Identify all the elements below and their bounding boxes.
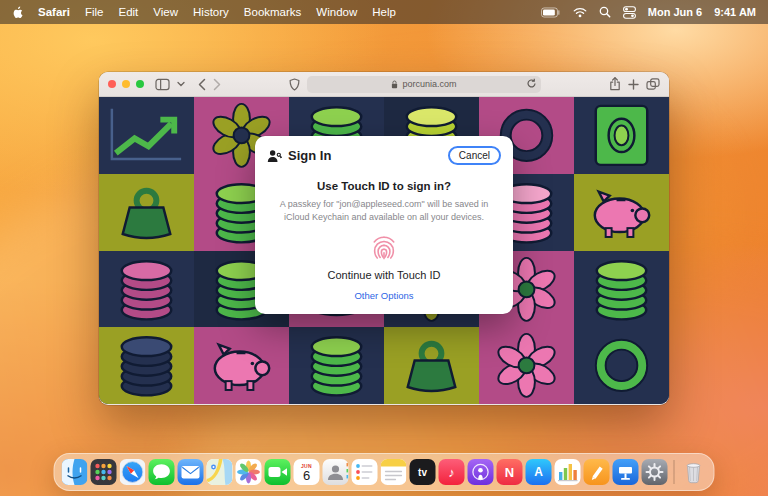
- touch-id-fingerprint-icon: [369, 233, 399, 263]
- apple-menu-icon[interactable]: [12, 6, 23, 19]
- dock-icon-music[interactable]: ♪: [439, 459, 465, 485]
- minimize-window-button[interactable]: [122, 80, 130, 88]
- dock-icon-calendar[interactable]: JUN 6: [294, 459, 320, 485]
- menu-item-help[interactable]: Help: [372, 6, 396, 18]
- desktop: Safari File Edit View History Bookmarks …: [0, 0, 768, 496]
- privacy-shield-icon[interactable]: [289, 78, 300, 91]
- close-window-button[interactable]: [108, 80, 116, 88]
- dock-icon-photos[interactable]: [236, 459, 262, 485]
- dock-icon-news[interactable]: N: [497, 459, 523, 485]
- artwork-tile: [384, 327, 479, 404]
- person-key-icon: [267, 149, 282, 163]
- menu-item-safari[interactable]: Safari: [38, 6, 70, 18]
- dock-icon-keynote[interactable]: [613, 459, 639, 485]
- url-text: porcunia.com: [402, 79, 456, 89]
- sidebar-icon[interactable]: [155, 78, 170, 91]
- other-options-button[interactable]: Other Options: [354, 290, 413, 301]
- menu-item-history[interactable]: History: [193, 6, 229, 18]
- search-icon[interactable]: [599, 6, 611, 18]
- dock-icon-contacts[interactable]: [323, 459, 349, 485]
- dock-icon-numbers[interactable]: [555, 459, 581, 485]
- artwork-tile: [574, 327, 669, 404]
- dock-icon-finder[interactable]: [62, 459, 88, 485]
- reload-icon[interactable]: [526, 78, 537, 89]
- dock: JUN 6 tv ♪ N A: [54, 453, 715, 491]
- artwork-tile: [574, 97, 669, 174]
- forward-icon[interactable]: [213, 78, 221, 91]
- continue-touch-id-button[interactable]: Continue with Touch ID: [328, 269, 441, 281]
- traffic-lights: [108, 80, 144, 88]
- music-note-icon: ♪: [439, 459, 465, 485]
- menu-item-view[interactable]: View: [153, 6, 178, 18]
- menu-item-bookmarks[interactable]: Bookmarks: [244, 6, 302, 18]
- artwork-tile: [194, 327, 289, 404]
- artwork-tile: [479, 327, 574, 404]
- dock-icon-mail[interactable]: [178, 459, 204, 485]
- dock-icon-messages[interactable]: [149, 459, 175, 485]
- dialog-title: Sign In: [288, 148, 331, 163]
- dock-divider: [674, 460, 675, 484]
- lock-icon: [391, 80, 398, 89]
- menu-item-window[interactable]: Window: [316, 6, 357, 18]
- artwork-tile: [574, 251, 669, 328]
- artwork-tile: [99, 251, 194, 328]
- control-center-icon[interactable]: [623, 6, 636, 19]
- new-tab-icon[interactable]: [628, 79, 639, 90]
- share-icon[interactable]: [609, 77, 621, 91]
- dock-icon-launchpad[interactable]: [91, 459, 117, 485]
- safari-toolbar: porcunia.com: [99, 72, 669, 97]
- menu-bar-time: 9:41 AM: [714, 6, 756, 18]
- wifi-icon[interactable]: [573, 7, 587, 18]
- artwork-tile: [289, 327, 384, 404]
- zoom-window-button[interactable]: [136, 80, 144, 88]
- chevron-down-icon[interactable]: [177, 81, 185, 87]
- menu-item-edit[interactable]: Edit: [119, 6, 139, 18]
- calendar-day: 6: [294, 469, 320, 483]
- dock-icon-pages[interactable]: [584, 459, 610, 485]
- cancel-button[interactable]: Cancel: [448, 146, 501, 165]
- dock-icon-reminders[interactable]: [352, 459, 378, 485]
- menu-bar: Safari File Edit View History Bookmarks …: [0, 0, 768, 24]
- back-icon[interactable]: [198, 78, 206, 91]
- menu-bar-date: Mon Jun 6: [648, 6, 702, 18]
- battery-icon[interactable]: [541, 7, 561, 18]
- passkey-description: A passkey for "jon@appleseed.com" will b…: [277, 198, 491, 223]
- menu-item-file[interactable]: File: [85, 6, 104, 18]
- sign-in-dialog: Sign In Cancel Use Touch ID to sign in? …: [255, 136, 513, 314]
- tab-overview-icon[interactable]: [646, 78, 660, 90]
- dock-icon-system-settings[interactable]: [642, 459, 668, 485]
- artwork-tile: [574, 174, 669, 251]
- dock-icon-trash[interactable]: [681, 459, 707, 485]
- touch-id-heading: Use Touch ID to sign in?: [267, 180, 501, 192]
- dock-icon-facetime[interactable]: [265, 459, 291, 485]
- safari-window: porcunia.com S: [99, 72, 669, 405]
- dock-icon-tv[interactable]: tv: [410, 459, 436, 485]
- dock-icon-app-store[interactable]: A: [526, 459, 552, 485]
- dock-icon-safari[interactable]: [120, 459, 146, 485]
- dock-icon-maps[interactable]: [207, 459, 233, 485]
- dock-icon-notes[interactable]: [381, 459, 407, 485]
- address-bar[interactable]: porcunia.com: [307, 76, 541, 93]
- artwork-tile: [99, 174, 194, 251]
- artwork-tile: [99, 97, 194, 174]
- dock-icon-podcasts[interactable]: [468, 459, 494, 485]
- artwork-tile: [99, 327, 194, 404]
